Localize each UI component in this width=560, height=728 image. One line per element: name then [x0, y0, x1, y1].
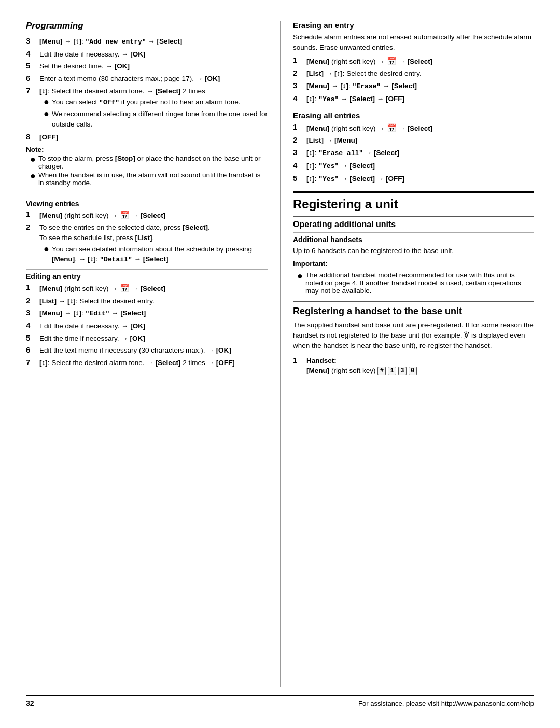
step-num: 7 [26, 358, 37, 367]
edit-step-6-content: Edit the text memo if necessary (30 char… [39, 345, 268, 356]
erase-step-4: 4 [↕]: "Yes" → [Select] → [OFF] [293, 94, 534, 105]
erase-all-step-5-content: [↕]: "Yes" → [Select] → [OFF] [306, 174, 534, 185]
erase-step-1: 1 [Menu] (right soft key) → 📅 → [Select] [293, 55, 534, 67]
bullet-7-1: ● You can select "Off" if you prefer not… [44, 97, 268, 108]
step-num: 1 [26, 283, 37, 291]
registering-handset-intro: The supplied handset and base unit are p… [293, 320, 534, 352]
edit-step-2: 2 [List] → [↕]: Select the desired entry… [26, 296, 268, 306]
step-num: 2 [293, 68, 304, 77]
viewing-steps: 1 [Menu] (right soft key) → 📅 → [Select]… [26, 209, 268, 266]
note-bullet-1-text: To stop the alarm, press [Stop] or place… [38, 155, 268, 170]
step-num: 3 [293, 81, 304, 90]
note-bullet-2-text: When the handset is in use, the alarm wi… [38, 171, 268, 187]
step-8: 8 [OFF] [26, 132, 268, 143]
section-title: Programming [26, 21, 268, 31]
erase-all-step-4-content: [↕]: "Yes" → [Select] [306, 161, 534, 172]
step-num: 1 [26, 209, 37, 218]
bullet-dot: ● [30, 155, 37, 165]
step-7: 7 [↕]: Select the desired alarm tone. → … [26, 86, 268, 131]
key-hash: # [377, 367, 386, 375]
note-bullet-2: ● When the handset is in use, the alarm … [30, 171, 268, 187]
step-num: 3 [26, 308, 37, 317]
step-num: 5 [26, 333, 37, 342]
step-7-bullets: ● You can select "Off" if you prefer not… [44, 97, 268, 129]
additional-handsets-section: Additional handsets Up to 6 handsets can… [293, 232, 534, 295]
note-section: Note: ● To stop the alarm, press [Stop] … [26, 146, 268, 187]
erase-step-3: 3 [Menu] → [↕]: "Erase" → [Select] [293, 81, 534, 92]
edit-step-3-content: [Menu] → [↕]: "Edit" → [Select] [39, 308, 268, 319]
edit-step-4-content: Edit the date if necessary. → [OK] [39, 321, 268, 331]
edit-step-6: 6 Edit the text memo if necessary (30 ch… [26, 345, 268, 356]
erase-step-1-content: [Menu] (right soft key) → 📅 → [Select] [306, 55, 534, 67]
step-3-content: [Menu] → [↕]: "Add new entry" → [Select] [39, 36, 268, 47]
important-bullets: ● The additional handset model recommend… [297, 271, 534, 295]
additional-handsets-title: Additional handsets [293, 235, 534, 244]
bullet-7-2-text: We recommend selecting a different ringe… [52, 109, 268, 129]
bullet-dot: ● [297, 271, 304, 282]
footer: 32 For assistance, please visit http://w… [26, 695, 534, 707]
additional-handsets-intro: Up to 6 handsets can be registered to th… [293, 246, 534, 256]
step-4-content: Edit the date if necessary. → [OK] [39, 49, 268, 60]
erase-all-step-2: 2 [List] → [Menu] [293, 135, 534, 146]
step-num-5: 5 [26, 61, 37, 70]
erasing-all-title: Erasing all entries [293, 111, 534, 120]
edit-step-2-content: [List] → [↕]: Select the desired entry. [39, 296, 268, 306]
note-bullet-1: ● To stop the alarm, press [Stop] or pla… [30, 155, 268, 170]
handset-label: Handset: [306, 357, 337, 365]
erase-all-step-2-content: [List] → [Menu] [306, 135, 534, 146]
view-bullet-1: ● You can see detailed information about… [44, 244, 268, 265]
divider [293, 108, 534, 108]
erase-all-step-5: 5 [↕]: "Yes" → [Select] → [OFF] [293, 174, 534, 185]
step-num: 1 [293, 55, 304, 64]
erasing-steps: 1 [Menu] (right soft key) → 📅 → [Select]… [293, 55, 534, 105]
erasing-entry-intro: Schedule alarm entries are not erased au… [293, 32, 534, 53]
step-3: 3 [Menu] → [↕]: "Add new entry" → [Selec… [26, 36, 268, 47]
step-num-4: 4 [26, 49, 37, 58]
step-num: 3 [293, 148, 304, 157]
step-num-3: 3 [26, 36, 37, 45]
erase-all-step-1: 1 [Menu] (right soft key) → 📅 → [Select] [293, 122, 534, 134]
erasing-entry-title: Erasing an entry [293, 21, 534, 30]
erase-all-step-1-content: [Menu] (right soft key) → 📅 → [Select] [306, 122, 534, 134]
bullet-dot: ● [44, 97, 51, 107]
step-num: 4 [293, 161, 304, 170]
step-5-content: Set the desired time. → [OK] [39, 61, 268, 72]
edit-step-4: 4 Edit the date if necessary. → [OK] [26, 321, 268, 331]
view-step-2-bullets: ● You can see detailed information about… [44, 244, 268, 265]
footer-assistance-text: For assistance, please visit http://www.… [358, 699, 534, 707]
edit-step-5-content: Edit the time if necessary. → [OK] [39, 333, 268, 344]
step-num-6: 6 [26, 74, 37, 82]
step-num: 4 [26, 321, 37, 330]
step-num: 1 [293, 122, 304, 131]
step-6-content: Enter a text memo (30 characters max.; p… [39, 74, 268, 84]
step-num: 4 [293, 94, 304, 103]
bullet-7-1-text: You can select "Off" if you prefer not t… [52, 97, 240, 108]
viewing-entries-title: Viewing entries [26, 191, 268, 208]
edit-step-3: 3 [Menu] → [↕]: "Edit" → [Select] [26, 308, 268, 319]
key-0: 0 [409, 367, 417, 375]
step-5: 5 Set the desired time. → [OK] [26, 61, 268, 72]
step-num: 2 [26, 222, 37, 231]
edit-step-7-content: [↕]: Select the desired alarm tone. → [S… [39, 358, 268, 368]
editing-steps: 1 [Menu] (right soft key) → 📅 → [Select]… [26, 283, 268, 368]
registering-unit-title: Registering a unit [293, 197, 534, 212]
registering-unit-section: Registering a unit Operating additional … [293, 191, 534, 375]
key-1: 1 [388, 367, 396, 375]
step-num: 2 [293, 135, 304, 144]
erase-all-step-3: 3 [↕]: "Erase all" → [Select] [293, 148, 534, 159]
step-6: 6 Enter a text memo (30 characters max.;… [26, 74, 268, 84]
bullet-7-2: ● We recommend selecting a different rin… [44, 109, 268, 129]
important-bullet-text: The additional handset model recommended… [305, 271, 534, 295]
edit-step-7: 7 [↕]: Select the desired alarm tone. → … [26, 358, 268, 368]
registering-handset-section: Registering a handset to the base unit T… [293, 301, 534, 376]
step-num: 2 [26, 296, 37, 305]
step-7-content: [↕]: Select the desired alarm tone. → [S… [39, 86, 268, 131]
edit-step-1-content: [Menu] (right soft key) → 📅 → [Select] [39, 283, 268, 294]
reg-step-1: 1 Handset: [Menu] (right soft key) # 1 3… [293, 356, 534, 376]
erase-all-step-4: 4 [↕]: "Yes" → [Select] [293, 161, 534, 172]
step-num: 6 [26, 345, 37, 354]
bullet-dot: ● [44, 109, 51, 119]
erase-step-2: 2 [List] → [↕]: Select the desired entry… [293, 68, 534, 79]
editing-entry-title: Editing an entry [26, 272, 268, 281]
edit-step-1: 1 [Menu] (right soft key) → 📅 → [Select] [26, 283, 268, 294]
